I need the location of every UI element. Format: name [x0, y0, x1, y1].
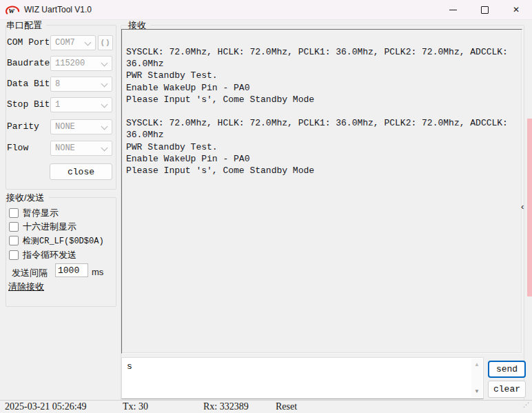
titlebar: w WIZ UartTool V1.0 ✕ [0, 0, 532, 20]
receive-log-text: SYSCLK: 72.0Mhz, HCLK: 72.0Mhz, PCLK1: 3… [126, 46, 519, 350]
minimize-icon [449, 10, 457, 10]
minimize-button[interactable] [437, 0, 469, 19]
flow-select[interactable]: NONE [50, 141, 112, 156]
send-input[interactable]: s [122, 358, 471, 399]
chevron-down-icon [101, 101, 108, 108]
data-bit-label: Data Bit [7, 77, 50, 92]
maximize-icon [481, 6, 489, 14]
status-rx-count: Rx: 332389 [203, 401, 249, 412]
parity-label: Parity [7, 119, 39, 134]
scroll-down-icon[interactable]: ▼ [471, 387, 482, 396]
com-port-row: COM Port COM7 () [0, 35, 116, 50]
chevron-down-icon [101, 60, 108, 67]
baudrate-value: 115200 [55, 59, 85, 68]
rx-tx-group-label: 接收/发送 [6, 192, 49, 203]
checkbox-detect-crlf-label: 检测CR_LF($0D$0A) [23, 235, 104, 247]
parity-value: NONE [55, 122, 75, 132]
com-port-select[interactable]: COM7 [50, 35, 96, 50]
clear-send-button[interactable]: clear [488, 381, 526, 398]
status-timestamp: 2025-03-21 05:26:49 [5, 401, 87, 412]
resize-grip[interactable]: ⋰ [523, 401, 530, 408]
wiznet-logo-icon: w [5, 3, 20, 16]
checkbox-icon [9, 222, 19, 232]
parity-select[interactable]: NONE [50, 119, 112, 134]
checkbox-pause-display-label: 暂停显示 [23, 207, 59, 219]
send-interval-input[interactable] [55, 263, 88, 277]
maximize-button[interactable] [469, 0, 500, 19]
stop-bit-value: 1 [55, 100, 60, 110]
checkbox-hex-display[interactable]: 十六进制显示 [9, 222, 76, 232]
refresh-icon: () [100, 39, 110, 47]
data-bit-value: 8 [55, 79, 60, 89]
status-reset-link[interactable]: Reset [276, 401, 297, 412]
chevron-down-icon [101, 81, 108, 88]
stop-bit-select[interactable]: 1 [50, 97, 112, 112]
parity-row: Parity NONE [0, 119, 116, 134]
refresh-ports-button[interactable]: () [98, 35, 113, 50]
checkbox-icon [9, 250, 19, 260]
close-port-button[interactable]: close [50, 163, 112, 180]
checkbox-icon [9, 208, 19, 218]
window-title: WIZ UartTool V1.0 [24, 5, 92, 14]
close-icon: ✕ [513, 5, 520, 14]
serial-config-group-label: 串口配置 [6, 20, 46, 30]
send-interval-label: 发送间隔 [12, 267, 48, 279]
stop-bit-row: Stop Bit 1 [0, 97, 116, 112]
chevron-down-icon [101, 123, 108, 130]
chevron-left-icon: ‹ [521, 201, 524, 212]
send-input-scrollbar[interactable]: ▲ ▼ [471, 359, 482, 398]
data-bit-select[interactable]: 8 [50, 77, 112, 92]
checkbox-pause-display[interactable]: 暂停显示 [9, 208, 59, 218]
statusbar: 2025-03-21 05:26:49 Tx: 30 Rx: 332389 Re… [0, 400, 532, 413]
send-interval-unit: ms [92, 267, 103, 277]
chevron-down-icon [85, 39, 92, 46]
checkbox-icon [9, 236, 19, 245]
edge-dock-tab[interactable] [527, 119, 532, 296]
flow-row: Flow NONE [0, 141, 116, 156]
scroll-up-icon[interactable]: ▲ [471, 360, 482, 370]
baudrate-row: Baudrate 115200 [0, 56, 116, 71]
com-port-value: COM7 [55, 38, 75, 48]
svg-text:w: w [9, 6, 14, 15]
checkbox-hex-display-label: 十六进制显示 [23, 221, 76, 233]
checkbox-loop-send-label: 指令循环发送 [23, 249, 76, 261]
checkbox-loop-send[interactable]: 指令循环发送 [9, 250, 76, 260]
checkbox-detect-crlf[interactable]: 检测CR_LF($0D$0A) [9, 236, 104, 245]
chevron-down-icon [101, 145, 108, 152]
send-input-box: s ▲ ▼ [121, 357, 484, 399]
flow-value: NONE [55, 143, 75, 153]
receive-textarea[interactable]: SYSCLK: 72.0Mhz, HCLK: 72.0Mhz, PCLK1: 3… [121, 29, 522, 354]
baudrate-select[interactable]: 115200 [50, 56, 112, 71]
window-controls: ✕ [437, 0, 532, 19]
send-button[interactable]: send [488, 361, 526, 378]
flow-label: Flow [7, 141, 28, 156]
close-window-button[interactable]: ✕ [500, 0, 532, 19]
data-bit-row: Data Bit 8 [0, 77, 116, 92]
com-port-label: COM Port [7, 35, 50, 50]
status-tx-count: Tx: 30 [123, 401, 148, 412]
stop-bit-label: Stop Bit [7, 97, 50, 112]
baudrate-label: Baudrate [7, 56, 50, 71]
clear-receive-link[interactable]: 清除接收 [8, 281, 44, 293]
